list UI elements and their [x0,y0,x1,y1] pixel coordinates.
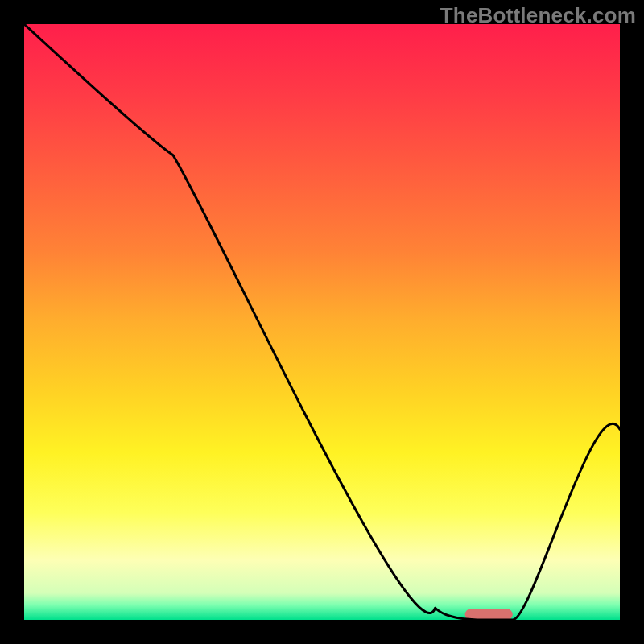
gradient-background [24,24,620,620]
chart-svg [24,24,620,620]
chart-frame: TheBottleneck.com [0,0,644,644]
chart-plot-area [24,24,620,620]
optimal-range-marker [465,609,513,620]
